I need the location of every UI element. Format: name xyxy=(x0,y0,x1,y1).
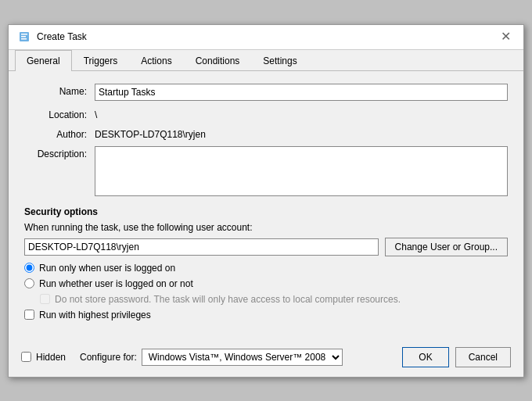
name-label: Name: xyxy=(24,84,95,97)
description-label: Description: xyxy=(24,146,95,159)
configure-label: Configure for: xyxy=(80,352,137,363)
tab-actions[interactable]: Actions xyxy=(129,50,183,71)
location-value: \ xyxy=(95,107,508,120)
name-row: Name: xyxy=(24,84,508,101)
title-bar-left: Create Task xyxy=(18,30,87,43)
radio-logged-on-label[interactable]: Run only when user is logged on xyxy=(39,263,175,274)
radio-logged-on[interactable] xyxy=(24,263,34,273)
no-password-row: Do not store password. The task will onl… xyxy=(40,294,508,305)
tab-bar: General Triggers Actions Conditions Sett… xyxy=(9,50,523,71)
user-account-row: Change User or Group... xyxy=(24,238,508,256)
configure-select[interactable]: Windows Vista™, Windows Server™ 2008 Win… xyxy=(142,349,343,366)
create-task-dialog: Create Task ✕ General Triggers Actions C… xyxy=(8,24,524,378)
highest-privileges-checkbox[interactable] xyxy=(24,310,34,320)
tab-content: Name: Location: \ Author: DESKTOP-LD7Q11… xyxy=(9,71,523,341)
tab-general[interactable]: General xyxy=(15,50,72,71)
svg-rect-1 xyxy=(21,34,27,35)
description-area xyxy=(95,146,508,199)
highest-privileges-row: Run with highest privileges xyxy=(24,310,508,320)
user-account-desc: When running the task, use the following… xyxy=(24,222,508,233)
location-row: Location: \ xyxy=(24,107,508,120)
no-password-label: Do not store password. The task will onl… xyxy=(55,294,401,305)
description-input[interactable] xyxy=(95,146,508,196)
no-password-checkbox[interactable] xyxy=(40,294,50,304)
author-row: Author: DESKTOP-LD7Q118\ryjen xyxy=(24,127,508,140)
ok-button[interactable]: OK xyxy=(402,347,448,367)
radio-whether-row: Run whether user is logged on or not xyxy=(24,278,508,289)
change-user-button[interactable]: Change User or Group... xyxy=(385,238,508,256)
radio-whether-label[interactable]: Run whether user is logged on or not xyxy=(39,278,193,289)
close-button[interactable]: ✕ xyxy=(498,30,514,43)
author-label: Author: xyxy=(24,127,95,140)
tab-conditions[interactable]: Conditions xyxy=(184,50,252,71)
name-input[interactable] xyxy=(95,84,508,101)
cancel-button[interactable]: Cancel xyxy=(455,347,511,367)
author-value: DESKTOP-LD7Q118\ryjen xyxy=(95,127,508,140)
svg-rect-2 xyxy=(21,36,26,38)
location-label: Location: xyxy=(24,107,95,120)
security-section-title: Security options xyxy=(24,206,508,217)
dialog-footer: Hidden Configure for: Windows Vista™, Wi… xyxy=(9,341,523,377)
footer-left: Hidden Configure for: Windows Vista™, Wi… xyxy=(21,349,343,366)
title-bar: Create Task ✕ xyxy=(9,25,523,50)
radio-whether[interactable] xyxy=(24,278,34,288)
hidden-label[interactable]: Hidden xyxy=(36,352,66,363)
radio-logged-on-row: Run only when user is logged on xyxy=(24,263,508,274)
svg-rect-3 xyxy=(21,38,27,40)
tab-triggers[interactable]: Triggers xyxy=(72,50,130,71)
tab-settings[interactable]: Settings xyxy=(251,50,308,71)
footer-right: OK Cancel xyxy=(402,347,511,367)
dialog-title: Create Task xyxy=(37,31,87,42)
task-icon xyxy=(18,30,31,43)
user-account-input[interactable] xyxy=(24,238,379,256)
description-row: Description: xyxy=(24,146,508,199)
hidden-checkbox[interactable] xyxy=(21,352,31,362)
highest-privileges-label[interactable]: Run with highest privileges xyxy=(39,310,151,320)
